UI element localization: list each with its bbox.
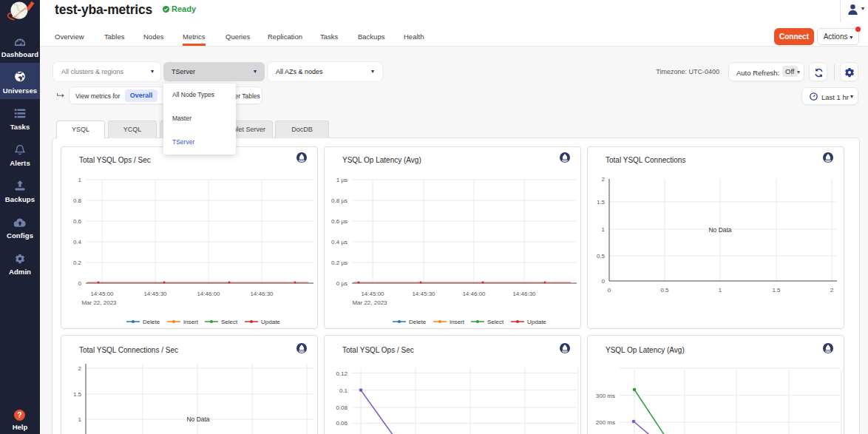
svg-text:14:45:00: 14:45:00	[361, 291, 384, 297]
svg-text:1.5: 1.5	[772, 287, 781, 294]
svg-text:0.8 µs: 0.8 µs	[331, 197, 347, 204]
svg-text:14:45:00: 14:45:00	[90, 291, 114, 297]
svg-text:Insert: Insert	[183, 319, 199, 325]
svg-text:0.5: 0.5	[597, 253, 606, 260]
svg-text:Update: Update	[261, 319, 280, 325]
svg-text:0.4 µs: 0.4 µs	[331, 239, 347, 245]
svg-text:0.6 µs: 0.6 µs	[331, 218, 347, 225]
svg-text:14:46:30: 14:46:30	[250, 291, 274, 297]
svg-text:0.6: 0.6	[73, 218, 82, 225]
svg-text:14:46:30: 14:46:30	[512, 291, 536, 297]
svg-text:0.8: 0.8	[73, 197, 82, 204]
svg-text:300 ms: 300 ms	[596, 393, 615, 399]
svg-text:0.12: 0.12	[336, 370, 347, 377]
svg-text:0.2: 0.2	[73, 260, 82, 266]
svg-text:0: 0	[602, 278, 606, 285]
svg-text:200 ms: 200 ms	[596, 419, 615, 426]
svg-text:1: 1	[78, 416, 82, 423]
svg-text:Update: Update	[527, 319, 546, 325]
svg-text:14:46:00: 14:46:00	[197, 291, 220, 297]
svg-text:2: 2	[830, 287, 834, 294]
svg-text:0.4: 0.4	[73, 239, 82, 245]
svg-text:14:45:30: 14:45:30	[143, 291, 167, 297]
svg-text:0.06: 0.06	[336, 420, 347, 427]
svg-text:Mar 22, 2023: Mar 22, 2023	[81, 299, 117, 306]
svg-text:1: 1	[78, 177, 82, 183]
svg-text:0.2 µs: 0.2 µs	[331, 260, 347, 266]
svg-text:0: 0	[78, 280, 82, 287]
svg-text:Select: Select	[221, 319, 238, 325]
svg-text:1: 1	[719, 287, 722, 294]
svg-text:2: 2	[602, 176, 606, 183]
svg-text:0: 0	[608, 287, 611, 294]
svg-text:0 µs: 0 µs	[336, 280, 347, 287]
svg-text:No Data: No Data	[708, 226, 731, 234]
svg-text:14:45:30: 14:45:30	[412, 291, 435, 297]
svg-text:1 µs: 1 µs	[336, 177, 347, 183]
svg-text:Mar 22, 2023: Mar 22, 2023	[352, 299, 387, 306]
svg-text:Delete: Delete	[143, 319, 160, 325]
svg-text:0.08: 0.08	[336, 404, 347, 411]
svg-text:0.5: 0.5	[660, 287, 669, 294]
svg-text:Insert: Insert	[450, 319, 465, 325]
svg-text:1.5: 1.5	[73, 391, 82, 398]
svg-text:No Data: No Data	[186, 416, 209, 423]
svg-text:0.1: 0.1	[339, 387, 348, 394]
svg-text:2: 2	[78, 365, 82, 372]
svg-text:Select: Select	[487, 319, 504, 325]
svg-text:1: 1	[602, 226, 606, 233]
svg-text:Delete: Delete	[409, 319, 427, 325]
svg-text:1.5: 1.5	[597, 199, 606, 206]
svg-text:14:46:00: 14:46:00	[462, 291, 486, 297]
